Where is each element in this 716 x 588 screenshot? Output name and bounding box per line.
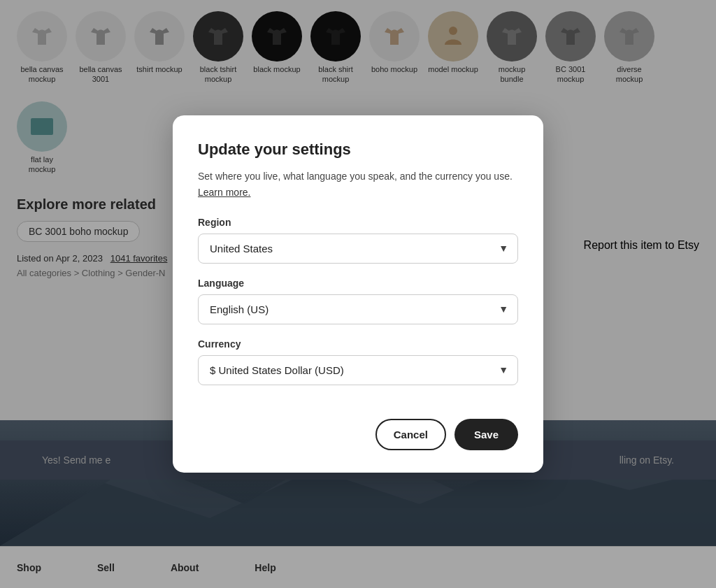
modal-footer: Cancel Save	[198, 408, 518, 450]
region-label: Region	[198, 217, 518, 228]
language-select[interactable]: English (US) English (UK) Español França…	[198, 294, 518, 324]
currency-field-group: Currency $ United States Dollar (USD) € …	[198, 338, 518, 385]
cancel-button[interactable]: Cancel	[375, 419, 446, 450]
modal-overlay: Update your settings Set where you live,…	[0, 0, 716, 588]
modal-title: Update your settings	[198, 141, 518, 159]
currency-select-wrapper: $ United States Dollar (USD) € Euro (EUR…	[198, 355, 518, 385]
language-select-wrapper: English (US) English (UK) Español França…	[198, 294, 518, 324]
save-button[interactable]: Save	[454, 419, 518, 450]
learn-more-link[interactable]: Learn more.	[198, 187, 250, 198]
language-label: Language	[198, 278, 518, 289]
region-select-wrapper: United States Canada United Kingdom Aust…	[198, 234, 518, 264]
modal-description: Set where you live, what language you sp…	[198, 168, 518, 200]
currency-select[interactable]: $ United States Dollar (USD) € Euro (EUR…	[198, 355, 518, 385]
region-select[interactable]: United States Canada United Kingdom Aust…	[198, 234, 518, 264]
settings-modal: Update your settings Set where you live,…	[173, 115, 543, 473]
language-field-group: Language English (US) English (UK) Españ…	[198, 278, 518, 324]
region-field-group: Region United States Canada United Kingd…	[198, 217, 518, 264]
currency-label: Currency	[198, 338, 518, 350]
